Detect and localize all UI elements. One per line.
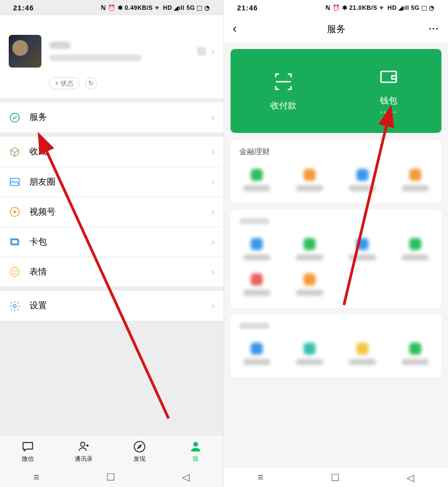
service-item[interactable] <box>283 267 336 302</box>
settings-icon <box>9 300 21 312</box>
me-icon <box>189 440 203 454</box>
pay-label: 收付款 <box>270 100 296 112</box>
cards-icon <box>9 236 21 248</box>
cell-services[interactable]: 服务 › <box>0 102 223 132</box>
page-body: 收付款 钱包 ***** 金融理财 <box>224 42 448 383</box>
chevron-right-icon: › <box>211 112 215 123</box>
service-item[interactable] <box>336 336 389 372</box>
wallet-label: 钱包 <box>380 95 397 107</box>
sys-home-icon[interactable]: ☐ <box>106 471 115 483</box>
chevron-right-icon: › <box>211 206 215 218</box>
status-time: 21:46 <box>237 4 258 12</box>
sys-back-icon[interactable]: ◁ <box>407 472 414 484</box>
wechat-me-screen: 21:46 ℕ ⏰ ✱ 0.49KB/S ᯤ HD ◢ıll 5G ⬚ ◔ › … <box>0 0 224 487</box>
nav-contacts[interactable]: 通讯录 <box>56 435 112 467</box>
sys-menu-icon[interactable]: ≡ <box>258 472 264 483</box>
service-item[interactable] <box>389 336 441 372</box>
service-item[interactable] <box>389 162 441 198</box>
chat-icon <box>21 440 35 454</box>
status-bar: 21:46 ℕ ⏰ ✱ 0.49KB/S ᯤ HD ◢ıll 5G ⬚ ◔ <box>0 0 223 15</box>
cell-group: 收藏 › 朋友圈 › 视频号 › 卡包 <box>0 137 223 287</box>
service-icon <box>304 238 316 250</box>
cell-label: 视频号 <box>29 206 203 218</box>
status-icons: ℕ ⏰ ✱ 21.0KB/S ᯤ HD ◢ıll 5G ⬚ ◔ <box>325 4 435 11</box>
green-card: 收付款 钱包 ***** <box>231 49 441 133</box>
status-bar: 21:46 ℕ ⏰ ✱ 21.0KB/S ᯤ HD ◢ıll 5G ⬚ ◔ <box>224 0 448 15</box>
gap <box>0 98 223 102</box>
qrcode-icon[interactable] <box>197 47 206 56</box>
svg-point-5 <box>16 270 17 271</box>
bottom-nav: 微信 通讯录 发现 我 ≡ ☐ ◁ <box>0 435 223 487</box>
status-add-button[interactable]: + 状态 <box>49 77 80 89</box>
sys-home-icon[interactable]: ☐ <box>331 472 340 484</box>
service-item[interactable] <box>283 162 336 198</box>
sys-back-icon[interactable]: ◁ <box>182 471 190 483</box>
section-travel <box>231 314 441 377</box>
service-icon <box>409 169 421 181</box>
status-refresh-button[interactable] <box>85 77 97 89</box>
cell-label: 设置 <box>29 300 203 312</box>
service-label-blur <box>243 254 270 260</box>
pay-button[interactable]: 收付款 <box>231 49 336 133</box>
chevron-right-icon: › <box>211 176 215 188</box>
service-item[interactable] <box>283 232 336 267</box>
service-icon <box>356 343 368 355</box>
chevron-right-icon: › <box>211 266 215 278</box>
page-title: 服务 <box>224 23 448 35</box>
svg-rect-11 <box>381 71 396 82</box>
cell-moments[interactable]: 朋友圈 › <box>0 167 223 197</box>
svg-point-7 <box>81 442 85 447</box>
cell-favorites[interactable]: 收藏 › <box>0 137 223 167</box>
services-icon <box>9 112 21 124</box>
gap <box>0 287 223 291</box>
service-icon <box>251 273 263 285</box>
nav-label: 发现 <box>134 455 146 463</box>
service-item[interactable] <box>231 267 283 302</box>
service-item[interactable] <box>336 162 389 198</box>
avatar[interactable] <box>9 35 41 68</box>
moments-icon <box>9 176 21 188</box>
nav-discover[interactable]: 发现 <box>112 435 168 467</box>
cell-channels[interactable]: 视频号 › <box>0 197 223 227</box>
profile-zone: › + 状态 <box>0 15 223 98</box>
svg-point-9 <box>193 442 198 447</box>
service-label-blur <box>402 254 429 260</box>
section-title: 金融理财 <box>231 147 441 162</box>
svg-point-8 <box>135 441 146 452</box>
nav-label: 我 <box>192 455 198 463</box>
profile-right: › <box>197 46 215 57</box>
status-icons: ℕ ⏰ ✱ 0.49KB/S ᯤ HD ◢ıll 5G ⬚ ◔ <box>101 4 210 11</box>
sys-menu-icon[interactable]: ≡ <box>34 472 40 483</box>
service-item[interactable] <box>231 162 283 198</box>
cell-cards[interactable]: 卡包 › <box>0 227 223 257</box>
wechat-services-screen: 21:46 ℕ ⏰ ✱ 21.0KB/S ᯤ HD ◢ıll 5G ⬚ ◔ ‹ … <box>224 0 448 487</box>
nav-me[interactable]: 我 <box>168 435 224 467</box>
service-label-blur <box>349 359 376 365</box>
service-label-blur <box>243 185 270 191</box>
service-label-blur <box>402 359 429 365</box>
svg-point-3 <box>10 267 20 277</box>
service-label-blur <box>402 185 429 191</box>
cell-settings[interactable]: 设置 › <box>0 291 223 321</box>
section-title-blur <box>231 217 441 232</box>
service-item[interactable] <box>283 336 336 372</box>
page-header: ‹ 服务 ··· <box>224 15 448 42</box>
service-item[interactable] <box>389 232 441 267</box>
chevron-right-icon: › <box>211 146 215 157</box>
service-item[interactable] <box>231 336 283 372</box>
cell-stickers[interactable]: 表情 › <box>0 257 223 287</box>
system-nav: ≡ ☐ ◁ <box>0 467 223 487</box>
profile-row[interactable]: › <box>0 25 223 77</box>
status-time: 21:46 <box>13 4 34 12</box>
service-item[interactable] <box>336 232 389 267</box>
service-icon <box>409 238 421 250</box>
nav-label: 通讯录 <box>75 455 93 463</box>
svg-point-4 <box>13 270 14 271</box>
service-icon <box>409 343 421 355</box>
wallet-button[interactable]: 钱包 ***** <box>336 49 442 133</box>
service-item[interactable] <box>231 232 283 267</box>
profile-text <box>49 41 190 61</box>
nav-chats[interactable]: 微信 <box>0 435 56 467</box>
service-label-blur <box>243 359 270 365</box>
cell-label: 收藏 <box>29 146 203 157</box>
